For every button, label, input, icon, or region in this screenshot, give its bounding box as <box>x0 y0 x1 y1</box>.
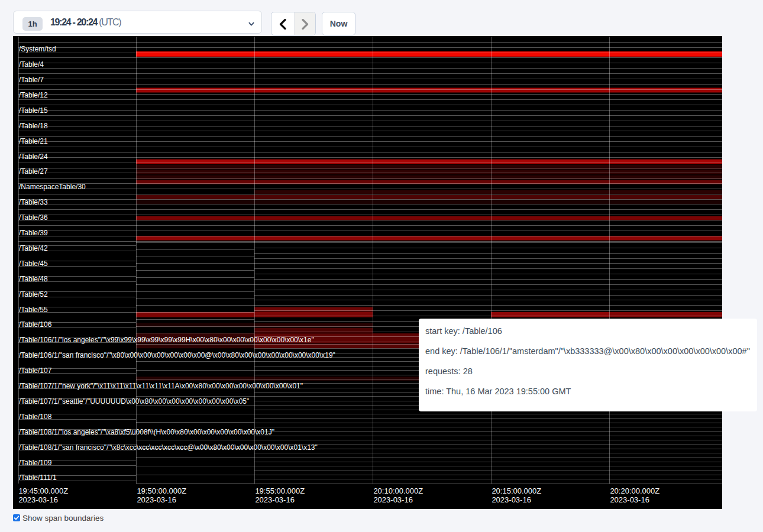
svg-text:/Table/107/1/"seattle"/"UUUUUU: /Table/107/1/"seattle"/"UUUUUUD\x00\x80\… <box>19 397 249 406</box>
svg-text:/Table/39: /Table/39 <box>19 229 48 237</box>
svg-text:/Table/106: /Table/106 <box>19 320 52 329</box>
svg-text:/Table/55: /Table/55 <box>19 306 48 314</box>
svg-text:/Table/111/1: /Table/111/1 <box>19 473 57 482</box>
svg-text:/Table/106/1/"los angeles"/"\x: /Table/106/1/"los angeles"/"\x99\x99\x99… <box>19 336 314 344</box>
svg-text:20:15:00.000Z: 20:15:00.000Z <box>492 486 541 495</box>
svg-text:2023-03-16: 2023-03-16 <box>18 495 58 504</box>
svg-text:/Table/42: /Table/42 <box>19 244 48 252</box>
svg-text:19:55:00.000Z: 19:55:00.000Z <box>255 486 305 495</box>
svg-text:/Table/36: /Table/36 <box>19 213 48 222</box>
svg-text:2023-03-16: 2023-03-16 <box>492 495 531 504</box>
svg-text:/Table/109: /Table/109 <box>19 459 52 467</box>
svg-text:/Table/45: /Table/45 <box>19 259 48 268</box>
svg-text:/Table/106/1/"san francisco"/": /Table/106/1/"san francisco"/"\x80\x00\x… <box>19 351 335 359</box>
svg-text:2023-03-16: 2023-03-16 <box>255 495 295 504</box>
svg-text:/Table/12: /Table/12 <box>19 91 48 99</box>
svg-text:/Table/15: /Table/15 <box>19 106 48 115</box>
svg-text:/Table/108/1/"san francisco"/": /Table/108/1/"san francisco"/"\x8c\xcc\x… <box>19 443 318 452</box>
svg-text:2023-03-16: 2023-03-16 <box>610 495 649 504</box>
svg-text:/Table/7: /Table/7 <box>19 76 44 84</box>
svg-text:20:10:00.000Z: 20:10:00.000Z <box>373 486 423 495</box>
svg-text:/Table/27: /Table/27 <box>19 167 48 176</box>
svg-text:19:45:00.000Z: 19:45:00.000Z <box>18 486 68 495</box>
svg-text:/Table/107: /Table/107 <box>19 366 52 375</box>
svg-text:/Table/18: /Table/18 <box>19 122 48 130</box>
svg-text:/Table/33: /Table/33 <box>19 198 48 206</box>
svg-text:/Table/48: /Table/48 <box>19 275 48 283</box>
svg-text:/Table/107/1/"new york"/"\x11\: /Table/107/1/"new york"/"\x11\x11\x11\x1… <box>19 382 303 390</box>
svg-text:/Table/52: /Table/52 <box>19 290 48 299</box>
svg-text:/Table/24: /Table/24 <box>19 153 48 161</box>
svg-text:19:50:00.000Z: 19:50:00.000Z <box>137 486 186 495</box>
svg-text:/Table/108/1/"los angeles"/"\x: /Table/108/1/"los angeles"/"\xa8\xf5\u00… <box>19 428 274 436</box>
svg-text:/Table/4: /Table/4 <box>19 60 44 69</box>
svg-text:/System/tsd: /System/tsd <box>19 45 56 53</box>
svg-text:/NamespaceTable/30: /NamespaceTable/30 <box>19 183 86 191</box>
svg-text:/Table/21: /Table/21 <box>19 137 48 145</box>
svg-text:20:20:00.000Z: 20:20:00.000Z <box>610 486 659 495</box>
svg-text:/Table/108: /Table/108 <box>19 413 52 421</box>
svg-text:2023-03-16: 2023-03-16 <box>137 495 176 504</box>
svg-text:2023-03-16: 2023-03-16 <box>373 495 413 504</box>
